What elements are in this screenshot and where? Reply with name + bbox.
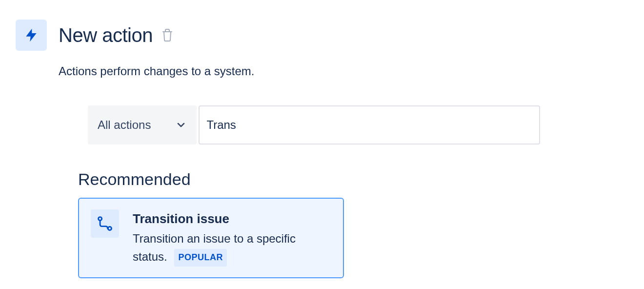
transition-icon: [97, 215, 113, 232]
page-title: New action: [59, 24, 153, 46]
dropdown-label: All actions: [98, 118, 151, 132]
search-input[interactable]: [199, 105, 540, 144]
page-description: Actions perform changes to a system.: [59, 64, 628, 78]
action-category-dropdown[interactable]: All actions: [88, 105, 197, 144]
lightning-icon: [23, 27, 39, 43]
action-type-icon: [16, 20, 47, 51]
card-icon-box: [91, 209, 119, 238]
recommended-heading: Recommended: [78, 170, 628, 189]
card-description-row: Transition an issue to a specific status…: [133, 229, 331, 267]
popular-badge: POPULAR: [174, 249, 227, 267]
action-card-transition-issue[interactable]: Transition issue Transition an issue to …: [78, 198, 344, 278]
delete-button[interactable]: [161, 28, 173, 42]
trash-icon: [161, 28, 173, 42]
chevron-down-icon: [175, 119, 187, 131]
card-title: Transition issue: [133, 211, 331, 227]
